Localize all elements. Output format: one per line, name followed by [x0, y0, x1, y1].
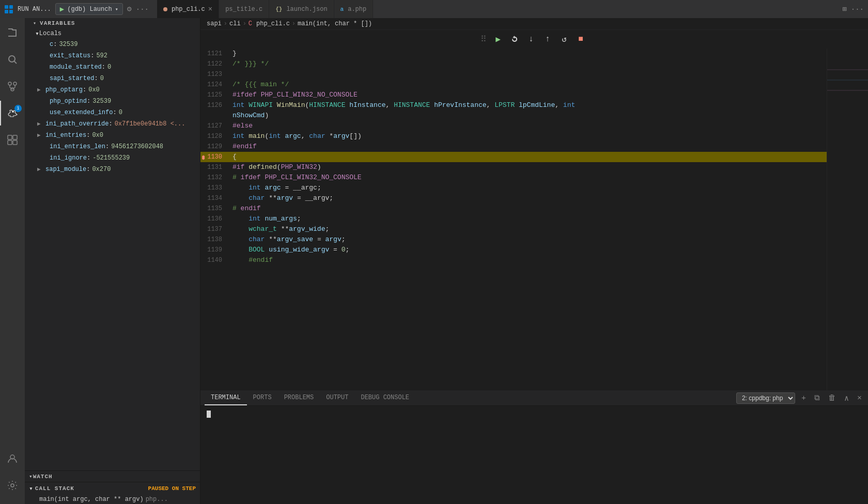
tab-a-php[interactable]: a a.php: [334, 0, 374, 18]
titlebar-right: ⊞ ···: [842, 5, 864, 13]
locals-label: Locals: [39, 30, 61, 37]
activity-search[interactable]: [0, 47, 25, 72]
callstack-title: CALL STACK: [35, 485, 74, 492]
watch-section: ▾ WATCH: [25, 470, 200, 482]
var-c[interactable]: c : 32539: [25, 39, 200, 50]
debug-step-out-button[interactable]: ↑: [540, 32, 555, 46]
debug-settings-icon[interactable]: ⚙: [127, 4, 132, 14]
tab-close-php-cli[interactable]: ×: [208, 5, 212, 13]
activity-debug[interactable]: 1: [0, 101, 25, 125]
variables-header[interactable]: ▾ VARIABLES: [25, 18, 200, 28]
breadcrumb-sapi[interactable]: sapi: [207, 20, 222, 27]
code-line-1128: 1128 int main(int argc, char *argv[]): [200, 131, 827, 141]
svg-rect-11: [13, 135, 17, 139]
locals-expand-icon: ▾: [35, 29, 39, 38]
debug-more-icon[interactable]: ···: [136, 5, 149, 13]
titlebar: RUN AN... ▶ (gdb) Launch ▾ ⚙ ··· php_cli…: [0, 0, 868, 18]
debug-step-into-button[interactable]: ↓: [524, 32, 538, 46]
code-editor[interactable]: 1121 } 1122 /* }}} */ 1123 1124 /* {{{ m…: [200, 49, 827, 390]
code-line-1129: 1129 #endif: [200, 141, 827, 152]
panel-maximize-icon[interactable]: ∧: [842, 392, 851, 404]
activity-git[interactable]: [0, 74, 25, 99]
var-use-extended-info[interactable]: use_extended_info : 0: [25, 107, 200, 118]
var-ini-ignore[interactable]: ini_ignore : -521555239: [25, 152, 200, 164]
watch-title: WATCH: [33, 474, 53, 480]
watch-chevron-icon: ▾: [29, 473, 33, 480]
editor-with-minimap: 1121 } 1122 /* }}} */ 1123 1124 /* {{{ m…: [200, 49, 868, 390]
run-label: RUN AN...: [18, 6, 51, 13]
tab-ps-title[interactable]: ps_title.c: [219, 0, 269, 18]
terminal-content[interactable]: [200, 406, 868, 504]
breadcrumb-cli[interactable]: cli: [229, 20, 241, 27]
panel-trash-icon[interactable]: 🗑: [826, 392, 838, 404]
svg-line-5: [14, 61, 17, 64]
panel-actions: 2: cppdbg: php + ⧉ 🗑 ∧ ×: [736, 392, 864, 404]
locals-header[interactable]: ▾ Locals: [25, 28, 200, 39]
tab-problems[interactable]: PROBLEMS: [278, 391, 320, 405]
var-exit-status[interactable]: exit_status : 592: [25, 50, 200, 61]
variables-section: ▾ VARIABLES ▾ Locals c : 32539 exit_stat…: [25, 18, 200, 470]
layout-icon[interactable]: ⊞: [842, 5, 846, 13]
editor-area: sapi › cli › C php_cli.c › main(int, cha…: [200, 18, 868, 504]
var-php-optind[interactable]: php_optind : 32539: [25, 96, 200, 107]
debug-config-selector[interactable]: ▶ (gdb) Launch ▾: [55, 3, 123, 15]
var-sapi-started[interactable]: sapi_started : 0: [25, 73, 200, 84]
svg-rect-2: [5, 10, 8, 13]
tab-output[interactable]: OUTPUT: [320, 391, 354, 405]
debug-stop-button[interactable]: ■: [574, 32, 588, 46]
code-line-1132: 1132 # ifdef PHP_CLI_WIN32_NO_CONSOLE: [200, 172, 827, 183]
code-line-1139: 1139 BOOL using_wide_argv = 0;: [200, 245, 827, 255]
activity-settings[interactable]: [0, 473, 25, 498]
frame-file: php...: [146, 496, 168, 503]
debug-drag-handle[interactable]: ⠿: [481, 34, 487, 44]
code-line-1140: 1140 #endif: [200, 255, 827, 265]
breadcrumb-function[interactable]: main(int, char * []): [298, 20, 372, 27]
code-line-1121: 1121 }: [200, 49, 827, 59]
var-php-optarg[interactable]: ▶ php_optarg : 0x0: [25, 84, 200, 96]
tab-label-launch-json: launch.json: [286, 6, 327, 13]
bottom-panel: TERMINAL PORTS PROBLEMS OUTPUT DEBUG CON…: [200, 390, 868, 504]
code-line-1124: 1124 /* {{{ main */: [200, 80, 827, 90]
activity-bar: 1: [0, 18, 25, 504]
activity-extensions[interactable]: [0, 128, 25, 152]
debug-config-label: (gdb) Launch: [67, 6, 112, 13]
tab-launch-json[interactable]: {} launch.json: [269, 0, 334, 18]
var-ini-entries[interactable]: ▶ ini_entries : 0x0: [25, 130, 200, 141]
sidebar: ▾ VARIABLES ▾ Locals c : 32539 exit_stat…: [25, 18, 200, 504]
tab-php-cli[interactable]: php_cli.c ×: [157, 0, 219, 18]
callstack-chevron-icon: ▾: [29, 484, 33, 493]
debug-continue-button[interactable]: ▶: [491, 32, 505, 46]
code-line-1125: 1125 #ifdef PHP_CLI_WIN32_NO_CONSOLE: [200, 90, 827, 100]
code-line-1126: 1126 int WINAPI WinMain(HINSTANCE hInsta…: [200, 100, 827, 121]
breadcrumb-file-icon: C: [249, 20, 252, 27]
more-options-icon[interactable]: ···: [851, 5, 864, 13]
var-sapi-module[interactable]: ▶ sapi_module : 0x270: [25, 164, 200, 175]
minimap-content: [827, 49, 868, 390]
activity-account[interactable]: [0, 446, 25, 471]
variables-chevron-icon: ▾: [33, 20, 37, 26]
var-ini-path-override[interactable]: ▶ ini_path_override : 0x7f1be0e941b8 <..…: [25, 118, 200, 130]
tab-icon-php-cli: [163, 7, 167, 11]
svg-point-6: [8, 82, 11, 85]
code-line-1136: 1136 int num_args;: [200, 214, 827, 224]
callstack-section: ▾ CALL STACK PAUSED ON STEP main(int arg…: [25, 482, 200, 504]
var-ini-entries-len[interactable]: ini_entries_len : 94561273602048: [25, 141, 200, 152]
tab-ports[interactable]: PORTS: [247, 391, 278, 405]
terminal-selector[interactable]: 2: cppdbg: php: [736, 392, 795, 404]
var-module-started[interactable]: module_started : 0: [25, 61, 200, 73]
tab-debug-console[interactable]: DEBUG CONSOLE: [354, 391, 415, 405]
panel-close-icon[interactable]: ×: [855, 393, 864, 404]
activity-explorer[interactable]: [0, 20, 25, 45]
tab-terminal[interactable]: TERMINAL: [205, 391, 247, 405]
callstack-frame[interactable]: main(int argc, char ** argv) php...: [25, 495, 200, 504]
panel-add-icon[interactable]: +: [799, 393, 808, 404]
panel-split-icon[interactable]: ⧉: [812, 392, 822, 404]
debug-restart-button[interactable]: ↺: [557, 32, 571, 46]
debug-step-over-button[interactable]: [507, 32, 522, 46]
callstack-header[interactable]: ▾ CALL STACK PAUSED ON STEP: [25, 482, 200, 495]
watch-header[interactable]: ▾ WATCH: [25, 471, 200, 482]
tab-icon-a-php: a: [340, 6, 344, 12]
tab-bar: php_cli.c × ps_title.c {} launch.json a …: [157, 0, 838, 18]
breadcrumb-file[interactable]: php_cli.c: [256, 20, 290, 27]
app-icon: [4, 5, 13, 14]
